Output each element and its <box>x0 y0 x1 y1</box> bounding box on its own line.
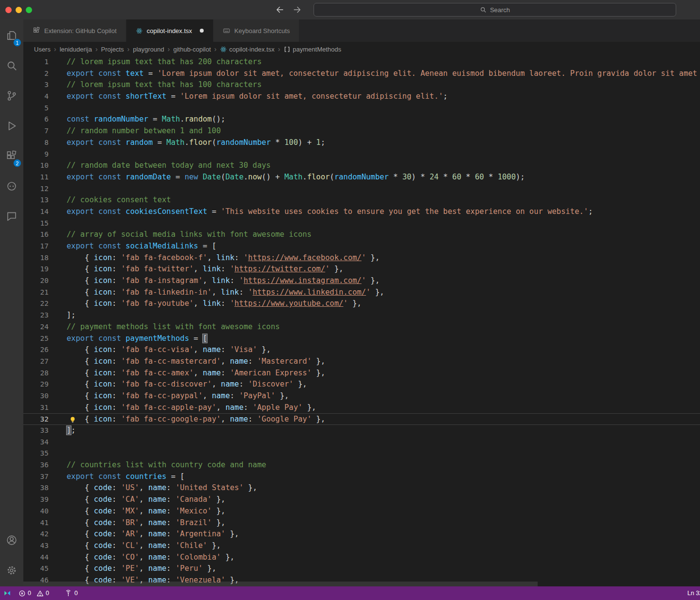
code-line-24[interactable]: 24// payment methods list with font awes… <box>23 321 700 333</box>
code-line-33[interactable]: 33]; <box>23 425 700 437</box>
code-line-17[interactable]: 17export const socialMediaLinks = [ <box>23 241 700 252</box>
modified-dot[interactable] <box>200 29 204 33</box>
code-line-19[interactable]: 19 { icon: 'fab fa-twitter', link: 'http… <box>23 264 700 275</box>
code-line-43[interactable]: 43 { code: 'CL', name: 'Chile' }, <box>23 540 700 552</box>
activity-bar-item-settings-gear[interactable] <box>0 555 23 585</box>
line-number[interactable]: 38 <box>23 482 49 494</box>
code-line-7[interactable]: 7// random number between 1 and 100 <box>23 125 700 137</box>
line-number[interactable]: 18 <box>23 252 49 264</box>
code-line-42[interactable]: 42 { code: 'AR', name: 'Argentina' }, <box>23 529 700 540</box>
code-line-21[interactable]: 21 { icon: 'fab fa-linkedin-in', link: '… <box>23 287 700 299</box>
code-line-38[interactable]: 38 { code: 'US', name: 'United States' }… <box>23 482 700 494</box>
back-button[interactable] <box>275 5 285 15</box>
code-line-35[interactable]: 35 <box>23 448 700 459</box>
line-number[interactable]: 21 <box>23 287 49 299</box>
code-line-9[interactable]: 9 <box>23 149 700 160</box>
line-number[interactable]: 8 <box>23 137 49 149</box>
code-line-8[interactable]: 8export const random = Math.floor(random… <box>23 137 700 149</box>
line-number[interactable]: 15 <box>23 218 49 229</box>
line-number[interactable]: 30 <box>23 390 49 402</box>
code-line-30[interactable]: 30 { icon: 'fab fa-cc-paypal', name: 'Pa… <box>23 390 700 402</box>
code-line-20[interactable]: 20 { icon: 'fab fa-instagram', link: 'ht… <box>23 275 700 287</box>
code-line-15[interactable]: 15 <box>23 218 700 229</box>
activity-bar-item-account[interactable] <box>0 525 23 555</box>
line-number[interactable]: 1 <box>23 56 49 68</box>
ports-indicator[interactable]: 0 <box>61 586 82 600</box>
activity-bar-item-copilot[interactable] <box>0 171 23 201</box>
tab-keyboard-shortcuts[interactable]: Keyboard Shortcuts <box>213 19 299 42</box>
line-number[interactable]: 5 <box>23 103 49 114</box>
activity-bar-item-source-control[interactable] <box>0 81 23 111</box>
breadcrumb-item-projects[interactable]: Projects <box>101 46 124 53</box>
tab-extension-github-copilot[interactable]: Extension: GitHub Copilot <box>23 19 126 42</box>
line-number[interactable]: 16 <box>23 229 49 241</box>
code-line-39[interactable]: 39 { code: 'CA', name: 'Canada' }, <box>23 494 700 506</box>
code-line-45[interactable]: 45 { code: 'PE', name: 'Peru' }, <box>23 563 700 575</box>
line-number[interactable]: 39 <box>23 494 49 506</box>
code-line-2[interactable]: 2export const text = 'Lorem ipsum dolor … <box>23 68 700 80</box>
line-number[interactable]: 11 <box>23 172 49 183</box>
line-number[interactable]: 27 <box>23 356 49 368</box>
line-number[interactable]: 17 <box>23 241 49 252</box>
activity-bar-item-search[interactable] <box>0 51 23 81</box>
line-number[interactable]: 10 <box>23 160 49 172</box>
code-line-44[interactable]: 44 { code: 'CO', name: 'Colombia' }, <box>23 552 700 564</box>
line-number[interactable]: 36 <box>23 459 49 471</box>
line-number[interactable]: 6 <box>23 114 49 125</box>
code-line-29[interactable]: 29 { icon: 'fab fa-cc-discover', name: '… <box>23 379 700 390</box>
code-line-16[interactable]: 16// array of social media links with fo… <box>23 229 700 241</box>
line-number[interactable]: 37 <box>23 471 49 483</box>
code-line-14[interactable]: 14export const cookiesConsentText = 'Thi… <box>23 206 700 218</box>
activity-bar-item-extensions[interactable]: 2 <box>0 141 23 171</box>
code-line-18[interactable]: 18 { icon: 'fab fa-facebook-f', link: 'h… <box>23 252 700 264</box>
line-number[interactable]: 19 <box>23 264 49 275</box>
code-line-11[interactable]: 11export const randomDate = new Date(Dat… <box>23 172 700 183</box>
code-area[interactable]: 1// lorem ipsum text that has 200 charac… <box>23 56 700 586</box>
horizontal-scrollbar[interactable] <box>23 582 700 586</box>
code-line-22[interactable]: 22 { icon: 'fab fa-youtube', link: 'http… <box>23 298 700 310</box>
remote-indicator[interactable] <box>0 586 15 600</box>
command-center-search[interactable]: Search <box>314 3 676 17</box>
line-number[interactable]: 14 <box>23 206 49 218</box>
line-number[interactable]: 4 <box>23 91 49 103</box>
line-number[interactable]: 26 <box>23 344 49 356</box>
code-line-27[interactable]: 27 { icon: 'fab fa-cc-mastercard', name:… <box>23 356 700 368</box>
code-line-37[interactable]: 37export const countries = [ <box>23 471 700 483</box>
line-number[interactable]: 28 <box>23 368 49 379</box>
line-number[interactable]: 43 <box>23 540 49 552</box>
breadcrumb-item-github-copilot[interactable]: github-copilot <box>173 46 210 53</box>
code-line-6[interactable]: 6const randomNumber = Math.random(); <box>23 114 700 125</box>
line-number[interactable]: 7 <box>23 125 49 137</box>
line-number[interactable]: 29 <box>23 379 49 390</box>
code-line-34[interactable]: 34 <box>23 437 700 448</box>
cursor-position[interactable]: Ln 32, Col 2 <box>687 590 700 597</box>
scrollbar-thumb[interactable] <box>23 582 538 586</box>
breadcrumb-item-users[interactable]: Users <box>34 46 51 53</box>
line-number[interactable]: 40 <box>23 506 49 517</box>
breadcrumb-item-leniduderija[interactable]: leniduderija <box>60 46 92 53</box>
line-number[interactable]: 31 <box>23 402 49 414</box>
line-number[interactable]: 3 <box>23 79 49 91</box>
code-line-3[interactable]: 3// lorem ipsum text that has 100 charac… <box>23 79 700 91</box>
code-line-36[interactable]: 36// countries list with country code an… <box>23 459 700 471</box>
line-number[interactable]: 24 <box>23 321 49 333</box>
activity-bar-item-chat[interactable] <box>0 201 23 231</box>
line-number[interactable]: 2 <box>23 68 49 80</box>
code-line-12[interactable]: 12 <box>23 183 700 195</box>
close-window-button[interactable] <box>5 7 12 13</box>
line-number[interactable]: 9 <box>23 149 49 160</box>
code-line-5[interactable]: 5 <box>23 103 700 114</box>
line-number[interactable]: 35 <box>23 448 49 459</box>
code-line-1[interactable]: 1// lorem ipsum text that has 200 charac… <box>23 56 700 68</box>
line-number[interactable]: 23 <box>23 310 49 321</box>
line-number[interactable]: 13 <box>23 194 49 206</box>
line-number[interactable]: 42 <box>23 529 49 540</box>
line-number[interactable]: 33 <box>23 425 49 437</box>
code-line-28[interactable]: 28 { icon: 'fab fa-cc-amex', name: 'Amer… <box>23 368 700 379</box>
line-number[interactable]: 34 <box>23 437 49 448</box>
breadcrumb-item-playground[interactable]: playground <box>133 46 164 53</box>
breadcrumb-item-copilot-index-tsx[interactable]: copilot-index.tsx <box>220 46 274 53</box>
code-line-26[interactable]: 26 { icon: 'fab fa-cc-visa', name: 'Visa… <box>23 344 700 356</box>
code-line-25[interactable]: 25export const paymentMethods = [ <box>23 333 700 345</box>
line-number[interactable]: 25 <box>23 333 49 345</box>
